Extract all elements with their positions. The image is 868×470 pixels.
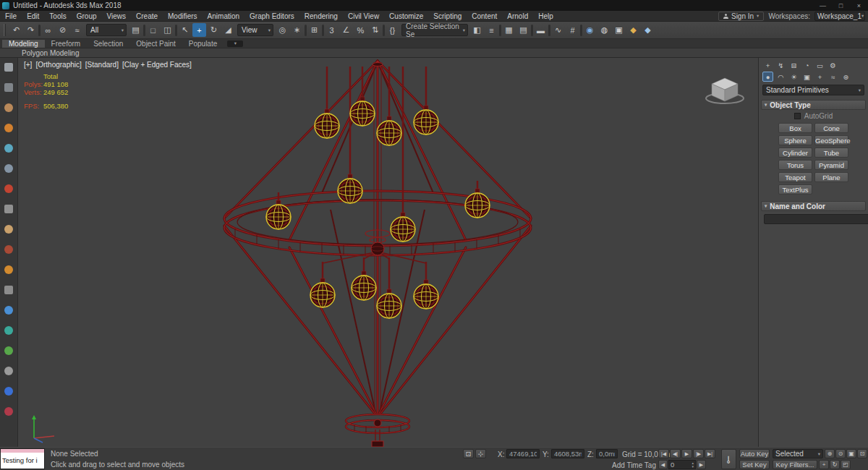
toolbar-separator[interactable] [322, 25, 324, 36]
workspace-dropdown[interactable]: Workspace_1 ▾ [814, 12, 865, 21]
schematic-view-icon[interactable]: # [566, 23, 579, 37]
menu-item[interactable]: Views [102, 12, 132, 20]
viewcube[interactable] [702, 68, 748, 106]
toolbar-separator[interactable] [305, 25, 307, 36]
rendered-frame-window-icon[interactable]: ▣ [612, 23, 626, 37]
lights-category[interactable]: ☀ [788, 72, 799, 82]
dock-tool-icon[interactable] [3, 304, 14, 316]
toolbar-separator[interactable] [38, 25, 41, 36]
toolbar-separator[interactable] [548, 25, 550, 36]
dock-tool-icon[interactable] [3, 345, 14, 356]
toolbar-separator[interactable] [531, 25, 533, 36]
dock-tool-icon[interactable] [3, 406, 14, 417]
select-and-rotate-icon[interactable]: ↻ [207, 23, 221, 37]
menu-item[interactable]: Create [131, 12, 163, 20]
menu-item[interactable]: Animation [203, 12, 244, 20]
go-to-start-button[interactable]: |◀ [658, 449, 669, 458]
render-setup-icon[interactable]: ◍ [597, 23, 611, 37]
dock-tool-icon[interactable] [3, 385, 14, 397]
set-key-button[interactable]: Set Key [739, 460, 770, 469]
z-coordinate-field[interactable] [596, 449, 618, 458]
keyboard-shortcut-override-icon[interactable]: ⊞ [307, 23, 321, 37]
redo-icon[interactable]: ↷ [24, 23, 38, 37]
shapes-category[interactable]: ◠ [775, 72, 786, 82]
dock-tool-icon[interactable] [3, 244, 14, 255]
autogrid-checkbox[interactable] [794, 113, 801, 119]
selection-lock-icon[interactable]: ⊡ [463, 449, 474, 458]
maxscript-mini-listener[interactable]: Testing for i [0, 448, 45, 469]
menu-item[interactable]: Modifiers [163, 12, 203, 20]
zoom-all-icon[interactable]: ⊙ [835, 449, 846, 458]
percent-snap-icon[interactable]: % [354, 23, 367, 37]
dock-tool-icon[interactable] [3, 264, 14, 275]
key-filters-button[interactable]: Key Filters... [773, 460, 817, 469]
previous-key-button[interactable]: ◀ [658, 460, 668, 469]
dock-tool-icon[interactable] [3, 82, 14, 93]
next-frame-button[interactable]: |▶ [693, 449, 704, 458]
select-and-scale-icon[interactable]: ◢ [221, 23, 235, 37]
frame-spinner[interactable]: ▴ ▾ [692, 461, 694, 469]
toggle-scene-explorer-icon[interactable]: ▦ [502, 23, 516, 37]
dock-tool-icon[interactable] [3, 142, 14, 154]
next-key-button[interactable]: ▶ [697, 460, 706, 469]
cameras-category[interactable]: ▣ [801, 72, 812, 82]
object-type-button[interactable]: Cone [814, 123, 848, 133]
ribbon-tab[interactable]: Selection [87, 40, 129, 48]
x-coordinate-field[interactable] [506, 449, 540, 458]
dock-tool-icon[interactable] [3, 102, 14, 114]
zoom-icon[interactable]: ⊕ [825, 449, 835, 458]
menu-item[interactable]: Tools [44, 12, 71, 20]
dock-tool-icon[interactable] [3, 365, 14, 377]
menu-item[interactable]: Scripting [428, 12, 467, 20]
viewport-standard-menu[interactable]: [Standard] [85, 61, 119, 69]
dock-tool-icon[interactable] [3, 122, 14, 134]
utilities-tab[interactable]: ⚙ [827, 60, 838, 70]
material-editor-icon[interactable]: ◉ [583, 23, 597, 37]
play-button[interactable]: ▶ [681, 449, 692, 458]
chandelier-wireframe-model[interactable] [18, 58, 758, 447]
menu-item[interactable]: Graph Editors [244, 12, 299, 20]
object-type-button[interactable]: Tube [814, 148, 848, 158]
viewport-pov-menu[interactable]: [Orthographic] [35, 61, 81, 69]
ribbon-toggle-icon[interactable]: ▬ [534, 23, 548, 37]
dock-tool-icon[interactable] [3, 223, 14, 235]
bind-to-space-warp-icon[interactable]: ≈ [70, 23, 84, 37]
sign-in-button[interactable]: Sign In ▾ [718, 12, 764, 21]
y-coordinate-field[interactable] [551, 449, 584, 458]
object-type-button[interactable]: Teapot [778, 172, 812, 182]
create-tab[interactable]: + [762, 60, 773, 70]
set-keys-button[interactable]: ⊸ [721, 449, 736, 469]
mirror-icon[interactable]: ◧ [470, 23, 484, 37]
dock-tool-icon[interactable] [3, 325, 14, 336]
modify-tab[interactable]: ↯ [775, 60, 786, 70]
hierarchy-tab[interactable]: ⊟ [788, 60, 799, 70]
object-type-button[interactable]: Cylinder [778, 148, 812, 158]
use-pivot-point-center-icon[interactable]: ◎ [276, 23, 289, 37]
selection-filter-dropdown[interactable]: All ▾ [86, 24, 127, 36]
unlink-selection-icon[interactable]: ⊘ [56, 23, 69, 37]
dock-tool-icon[interactable] [3, 183, 14, 195]
toolbar-separator[interactable] [143, 25, 145, 36]
select-object-icon[interactable]: ↖ [178, 23, 192, 37]
helpers-category[interactable]: + [814, 72, 825, 82]
orbit-icon[interactable]: ↻ [830, 460, 840, 469]
systems-category[interactable]: ⊛ [841, 72, 851, 82]
object-type-button[interactable]: Plane [814, 172, 848, 182]
auto-key-button[interactable]: Auto Key [739, 449, 770, 458]
menu-item[interactable]: Content [467, 12, 502, 20]
viewport[interactable]: [+][Orthographic][Standard][Clay + Edged… [18, 58, 758, 447]
select-by-name-icon[interactable]: ▤ [129, 23, 142, 37]
minimize-button[interactable]: — [814, 0, 832, 11]
undo-icon[interactable]: ↶ [9, 23, 23, 37]
object-type-button[interactable]: Pyramid [814, 160, 848, 170]
object-type-rollout-header[interactable]: ▾ Object Type [761, 100, 866, 110]
select-and-manipulate-icon[interactable]: ∗ [290, 23, 304, 37]
select-and-move-icon[interactable]: + [192, 23, 206, 37]
toolbar-separator[interactable] [175, 25, 177, 36]
previous-frame-button[interactable]: ◀| [670, 449, 681, 458]
viewport-shading-menu[interactable]: [Clay + Edged Faces] [122, 61, 192, 69]
menu-item[interactable]: Rendering [299, 12, 343, 20]
curve-editor-icon[interactable]: ∿ [551, 23, 565, 37]
selection-region-icon[interactable]: □ [146, 23, 160, 37]
menu-item[interactable]: Customize [384, 12, 428, 20]
